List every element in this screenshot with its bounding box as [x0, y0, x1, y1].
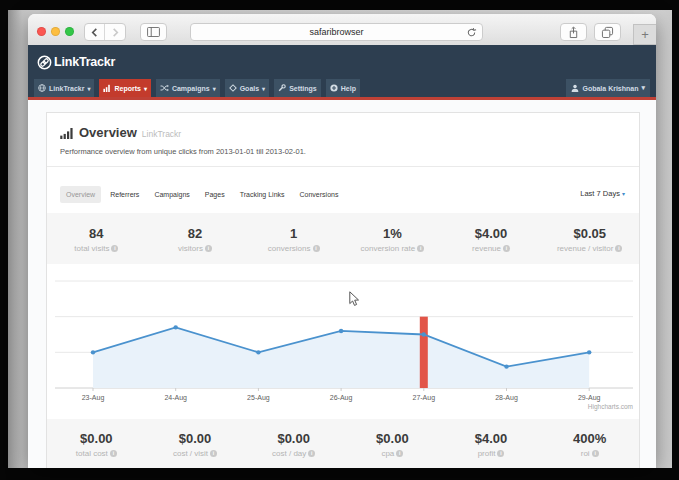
nav-item-help[interactable]: Help [326, 79, 360, 97]
forward-button[interactable] [105, 24, 125, 40]
target-icon [229, 84, 237, 93]
tabs-icon [601, 26, 614, 38]
traffic-lights [37, 27, 74, 36]
info-icon[interactable]: i [503, 245, 510, 252]
stat-value: 1% [383, 226, 402, 241]
svg-text:Highcharts.com: Highcharts.com [588, 403, 633, 411]
info-icon[interactable]: i [417, 245, 424, 252]
nav-item-label: Campaigns [172, 85, 210, 92]
stat-cost-visit: $0.00cost / visiti [146, 419, 245, 468]
tab-overview[interactable]: Overview [60, 186, 101, 203]
stat-label: cost / day [272, 449, 306, 458]
stat-value: $0.00 [277, 431, 310, 446]
globe-icon [38, 84, 46, 93]
share-icon [568, 26, 579, 39]
stat-value: 82 [188, 226, 202, 241]
svg-text:23-Aug: 23-Aug [82, 394, 105, 402]
reload-button[interactable] [466, 27, 477, 40]
share-button[interactable] [560, 23, 587, 41]
info-icon[interactable]: i [210, 450, 217, 457]
stat-revenue-visitor: $0.05revenue / visitori [540, 213, 639, 264]
nav-item-goals[interactable]: Goals▾ [225, 79, 269, 97]
nav-item-campaigns[interactable]: Campaigns▾ [156, 79, 220, 97]
info-icon[interactable]: i [111, 245, 118, 252]
help-icon [330, 84, 338, 93]
stat-value: 84 [89, 226, 103, 241]
stat-value: $4.00 [475, 226, 508, 241]
chevron-down-icon: ▾ [213, 85, 216, 92]
stat-value: 400% [573, 431, 606, 446]
nav-item-label: Reports [114, 85, 140, 92]
stat-value: $0.00 [80, 431, 113, 446]
stat-total-visits: 84total visitsi [47, 213, 146, 264]
stat-value: $0.00 [376, 431, 409, 446]
nav-item-label: LinkTrackr [49, 85, 84, 92]
tab-campaigns[interactable]: Campaigns [148, 186, 195, 203]
report-tabs: OverviewReferrersCampaignsPagesTracking … [47, 167, 639, 213]
info-icon[interactable]: i [497, 450, 504, 457]
chevron-down-icon: ▾ [622, 191, 625, 197]
page-description: Performance overview from unique clicks … [60, 147, 626, 156]
info-icon[interactable]: i [313, 245, 320, 252]
tab-tracking-links[interactable]: Tracking Links [234, 186, 291, 203]
bar-chart-title-icon [60, 128, 74, 139]
mouse-cursor [349, 291, 360, 307]
nav-item-reports[interactable]: Reports▾ [99, 79, 150, 97]
nav-item-linktrackr[interactable]: LinkTrackr▾ [34, 79, 94, 97]
tab-conversions[interactable]: Conversions [294, 186, 345, 203]
linktrackr-logo-icon [37, 55, 52, 70]
nav-item-settings[interactable]: Settings [274, 79, 321, 97]
browser-window: safaribrowser + [28, 14, 656, 468]
close-window-button[interactable] [37, 27, 46, 36]
url-text: safaribrowser [309, 27, 363, 37]
stat-value: $4.00 [475, 431, 508, 446]
info-icon[interactable]: i [110, 450, 117, 457]
stat-label: revenue / visitor [557, 244, 613, 253]
app-logo[interactable]: LinkTrackr [37, 55, 115, 70]
stats-row-top: 84total visitsi82visitorsi1conversionsi1… [47, 213, 639, 264]
page-content: Overview LinkTrackr Performance overview… [28, 100, 656, 468]
stats-row-bottom: $0.00total costi$0.00cost / visiti$0.00c… [47, 419, 639, 468]
card-header: Overview LinkTrackr Performance overview… [47, 113, 639, 167]
stat-label: visitors [178, 244, 203, 253]
info-icon[interactable]: i [308, 450, 315, 457]
desktop-background: safaribrowser + [8, 10, 672, 468]
stat-conversion-rate: 1%conversion ratei [343, 213, 442, 264]
zoom-window-button[interactable] [65, 27, 74, 36]
stat-label: cpa [381, 449, 394, 458]
minimize-window-button[interactable] [51, 27, 60, 36]
sidebar-button[interactable] [140, 23, 167, 41]
new-tab-button[interactable]: + [633, 24, 656, 45]
stat-total-cost: $0.00total costi [47, 419, 146, 468]
shuffle-icon [160, 84, 169, 93]
stat-revenue: $4.00revenuei [442, 213, 541, 264]
sidebar-icon [147, 27, 160, 37]
stat-cpa: $0.00cpai [343, 419, 442, 468]
user-menu[interactable]: Gobala Krishnan ▾ [566, 79, 650, 97]
info-icon[interactable]: i [396, 450, 403, 457]
chevron-down-icon: ▾ [144, 85, 147, 92]
info-icon[interactable]: i [615, 245, 622, 252]
info-icon[interactable]: i [205, 245, 212, 252]
date-range-selector[interactable]: Last 7 Days ▾ [580, 189, 625, 198]
stat-label: conversion rate [361, 244, 416, 253]
app-header: LinkTrackr [28, 45, 656, 79]
svg-text:24-Aug: 24-Aug [164, 394, 187, 402]
chevron-down-icon: ▾ [87, 85, 90, 92]
user-icon [571, 84, 579, 93]
tab-referrers[interactable]: Referrers [104, 186, 145, 203]
info-icon[interactable]: i [592, 450, 599, 457]
nav-item-label: Help [341, 85, 356, 92]
tab-pages[interactable]: Pages [199, 186, 231, 203]
stat-value: $0.00 [179, 431, 212, 446]
nav-item-label: Goals [240, 85, 259, 92]
back-button[interactable] [85, 24, 105, 40]
address-bar[interactable]: safaribrowser [190, 23, 483, 41]
svg-text:25-Aug: 25-Aug [247, 394, 270, 402]
show-tabs-button[interactable] [594, 23, 621, 41]
stat-roi: 400%roii [540, 419, 639, 468]
chevron-right-icon [111, 27, 120, 38]
stat-label: profit [478, 449, 496, 458]
visits-chart: 23-Aug24-Aug25-Aug26-Aug27-Aug28-Aug29-A… [47, 264, 639, 419]
date-range-label: Last 7 Days [580, 189, 620, 198]
